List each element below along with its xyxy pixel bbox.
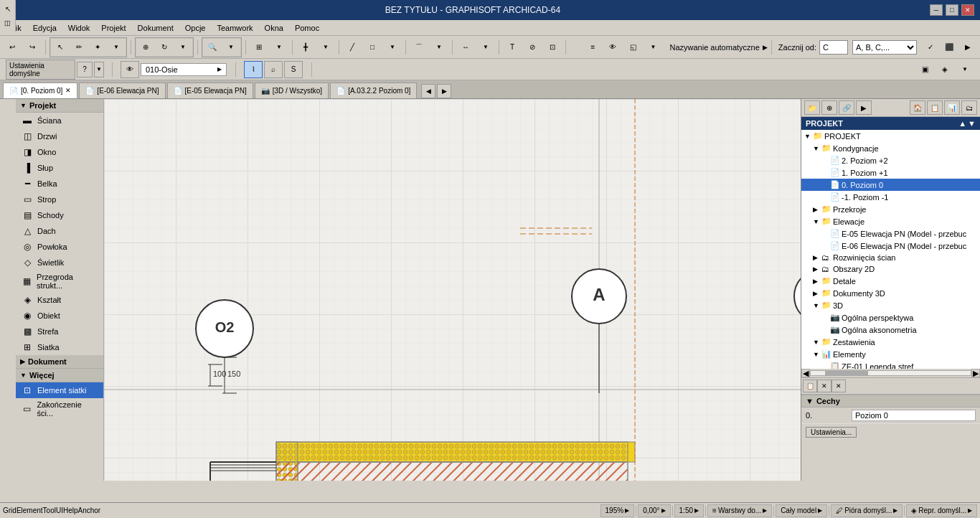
item-powloka[interactable]: ◎ Powłoka: [16, 239, 103, 255]
tree-poziom2[interactable]: 📄 2. Poziom +2: [801, 154, 980, 166]
rp-layout-btn1[interactable]: 🏠: [910, 100, 925, 115]
tb2-arr[interactable]: ▼: [956, 61, 974, 78]
move-tool[interactable]: ⊕: [136, 39, 155, 56]
prop-tb-btn1[interactable]: 📋: [803, 380, 817, 392]
tb-arr5[interactable]: ▼: [316, 39, 335, 56]
tree-detale[interactable]: ▶ 📁 Detale: [801, 275, 980, 287]
rp-tb-btn2[interactable]: ⊕: [821, 100, 837, 115]
undo-button[interactable]: ↩: [3, 39, 22, 56]
start-from-input[interactable]: [819, 40, 848, 55]
rotation-value[interactable]: 0,00° ▶: [638, 504, 670, 517]
zoom-level[interactable]: 195% ▶: [600, 504, 635, 517]
view-options-icon[interactable]: 👁: [603, 39, 622, 56]
area-tool[interactable]: ⊡: [543, 39, 562, 56]
menu-pomoc[interactable]: Pomoc: [289, 22, 325, 34]
window-controls[interactable]: ─ □ ✕: [930, 4, 974, 16]
restore-button[interactable]: □: [946, 4, 958, 16]
item-slup[interactable]: ▐ Słup: [16, 160, 103, 176]
item-przegroda[interactable]: ▦ Przegroda strukt...: [16, 270, 103, 292]
menu-opcje[interactable]: Opcje: [179, 22, 212, 34]
item-drzwi[interactable]: ◫ Drzwi: [16, 128, 103, 144]
select-tool-group[interactable]: ↖ ✏ ✦ ▼: [50, 37, 127, 57]
settings-arr-btn[interactable]: ▼: [94, 62, 104, 77]
confirm-check[interactable]: ✓: [921, 39, 940, 56]
close-button[interactable]: ✕: [961, 4, 974, 16]
tb-arr8[interactable]: ▼: [476, 39, 495, 56]
rotate-tool[interactable]: ↻: [155, 39, 174, 56]
drawing-area[interactable]: 100 150 O2 A B: [104, 99, 801, 481]
line-tool[interactable]: ╱: [343, 39, 362, 56]
tab-3[interactable]: 📷 [3D / Wszystko]: [255, 83, 329, 98]
tree-poziom1[interactable]: 📄 1. Poziom +1: [801, 166, 980, 179]
settings-info-btn[interactable]: ?: [77, 62, 93, 77]
transform-tool-group[interactable]: ⊕ ↻ ▼: [135, 37, 194, 57]
tree-e06[interactable]: 📄 E-06 Elewacja PN (Model - przebuc: [801, 240, 980, 252]
rp-tb-btn3[interactable]: 🔗: [839, 100, 854, 115]
menu-projekt[interactable]: Projekt: [95, 22, 131, 34]
rp-tb-btn1[interactable]: 📁: [804, 100, 820, 115]
menu-edycja[interactable]: Edycja: [27, 22, 62, 34]
dimension-tool[interactable]: ↔: [456, 39, 475, 56]
rp-layout-btn4[interactable]: 🗂: [961, 100, 977, 115]
arc-btn[interactable]: ⌕: [264, 61, 283, 78]
item-swietlik[interactable]: ◇ Świetlik: [16, 255, 103, 270]
grid-tool[interactable]: ⊞: [250, 39, 268, 56]
zoom-tool[interactable]: 🔍: [203, 39, 222, 56]
item-zakonczenie[interactable]: ▭ Zakończenie ści...: [16, 398, 103, 420]
tree-dokumenty3d[interactable]: ▶ 📁 Dokumenty 3D: [801, 287, 980, 299]
tree-hscrollbar[interactable]: ◀ ▶: [801, 369, 980, 377]
rp-layout-btn3[interactable]: 📊: [944, 100, 960, 115]
item-strefa[interactable]: ▩ Strefa: [16, 324, 103, 339]
rect-tool[interactable]: □: [363, 39, 382, 56]
pens-value[interactable]: 🖊 Pióra domyśl... ▶: [831, 504, 903, 517]
settings-button[interactable]: Ustawienia...: [806, 427, 857, 438]
item-sciana[interactable]: ▬ Ściana: [16, 113, 103, 128]
tree-zestawienia[interactable]: ▼ 📁 Zestawienia: [801, 336, 980, 348]
tree-3d[interactable]: ▼ 📁 3D: [801, 299, 980, 311]
hscroll-right-btn[interactable]: ▶: [971, 369, 980, 377]
tree-poziom-1[interactable]: 📄 -1. Poziom -1: [801, 191, 980, 203]
model-view-icon[interactable]: ◱: [623, 39, 642, 56]
nav-icon[interactable]: ◈: [936, 61, 954, 78]
nav-left[interactable]: ⬛: [940, 39, 958, 56]
tb-arr[interactable]: ▼: [107, 39, 126, 56]
arrow-tool[interactable]: ↖: [51, 39, 70, 56]
prop-tb-btn3[interactable]: ✕: [831, 380, 846, 392]
tree-scroll-up[interactable]: ▲: [958, 119, 966, 128]
repr-value[interactable]: ◈ Repr. domyśl... ▶: [906, 504, 977, 517]
default-settings-selector[interactable]: Ustawienia domyślne: [6, 60, 75, 80]
pencil-tool[interactable]: ✏: [70, 39, 88, 56]
tab-close-0[interactable]: ✕: [65, 87, 71, 94]
tab-nav-right[interactable]: ▶: [437, 84, 451, 98]
tab-4[interactable]: 📄 [A.03.2.2 Poziom 0]: [330, 83, 417, 98]
tb-arr2[interactable]: ▼: [174, 39, 192, 56]
item-element-siatki[interactable]: ⊡ Element siatki: [16, 382, 103, 398]
hscroll-thumb[interactable]: [825, 371, 868, 375]
snap-tool[interactable]: ╋: [296, 39, 315, 56]
tree-elewacje[interactable]: ▼ 📁 Elewacje: [801, 215, 980, 227]
layers-icon[interactable]: ≡: [583, 39, 602, 56]
polyline-btn[interactable]: ⌇: [244, 61, 263, 78]
tree-rozwinięcia[interactable]: ▶ 🗂 Rozwinięcia ścian: [801, 252, 980, 263]
redo-button[interactable]: ↪: [23, 39, 42, 56]
tab-nav-left[interactable]: ◀: [421, 84, 435, 98]
rp-tb-btn4[interactable]: ▶: [856, 100, 872, 115]
menu-dokument[interactable]: Dokument: [132, 22, 179, 34]
tree-projekt[interactable]: ▼ 📁 PROJEKT: [801, 130, 980, 142]
item-obiekt[interactable]: ◉ Obiekt: [16, 308, 103, 324]
prop-tb-btn2[interactable]: ✕: [817, 380, 831, 392]
tree-elementy[interactable]: ▼ 📊 Elementy: [801, 348, 980, 360]
section-dokument[interactable]: ▶ Dokument: [16, 355, 103, 369]
tree-scroll-down[interactable]: ▼: [968, 119, 976, 128]
tree-obszary2d[interactable]: ▶ 🗂 Obszary 2D: [801, 263, 980, 275]
rp-layout-btn2[interactable]: 📋: [927, 100, 943, 115]
layout-icon[interactable]: ▣: [915, 61, 934, 78]
view-tool-group[interactable]: 🔍 ▼: [202, 37, 242, 57]
magic-wand[interactable]: ✦: [88, 39, 107, 56]
tree-aksonometria[interactable]: 📷 Ogólna aksonometria: [801, 324, 980, 336]
scale-value[interactable]: 1:50 ▶: [674, 504, 704, 517]
menu-widok[interactable]: Widok: [62, 22, 96, 34]
tb-arr3[interactable]: ▼: [222, 39, 240, 56]
tab-1[interactable]: 📄 [E-06 Elewacja PN]: [79, 83, 165, 98]
item-strop[interactable]: ▭ Strop: [16, 192, 103, 207]
